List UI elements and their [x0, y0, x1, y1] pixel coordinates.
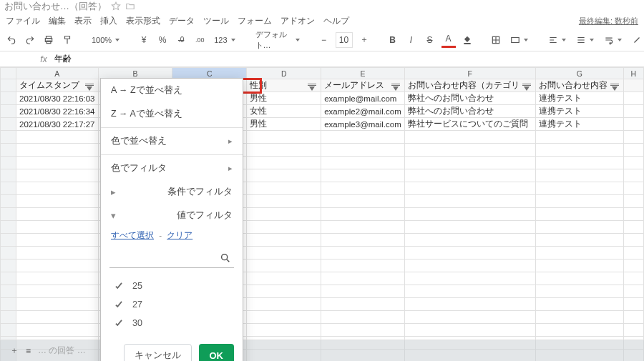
cell[interactable] [247, 169, 321, 182]
cell[interactable] [321, 157, 405, 169]
header-cell-E[interactable]: メールアドレス [321, 79, 405, 92]
cell[interactable] [16, 311, 99, 324]
zoom-combo[interactable]: 100% [89, 32, 122, 48]
cell[interactable]: 男性 [247, 118, 321, 131]
filter-by-value[interactable]: ▾値でフィルタ [101, 204, 243, 227]
spreadsheet-grid[interactable]: A B C D E F G H タイムスタンプ氏名年齢性別メールアドレスお問い合… [0, 67, 644, 361]
row-header[interactable] [1, 118, 16, 131]
cell[interactable]: 弊社サービスについてのご質問 [404, 118, 535, 131]
cell[interactable] [247, 285, 321, 298]
cell[interactable] [404, 182, 535, 195]
cell[interactable] [321, 311, 405, 324]
clear-link[interactable]: クリア [167, 231, 192, 239]
header-cell-G[interactable]: お問い合わせ内容 [535, 79, 623, 92]
sort-by-color[interactable]: 色で並べ替え [101, 129, 243, 153]
col-F[interactable]: F [404, 68, 535, 79]
filter-icon[interactable] [391, 81, 401, 91]
cell[interactable] [535, 324, 623, 337]
all-sheets-button[interactable]: ≡ [26, 346, 31, 356]
cell[interactable]: example2@mail.com [321, 105, 405, 118]
text-color-button[interactable]: A [441, 32, 456, 48]
cell[interactable]: 連携テスト [535, 118, 623, 131]
cell[interactable] [16, 285, 99, 298]
cell[interactable] [247, 298, 321, 311]
cell[interactable] [623, 157, 643, 169]
sort-za[interactable]: Z → Aで並べ替え [101, 102, 243, 126]
row-header[interactable] [1, 259, 16, 272]
row-header[interactable] [1, 324, 16, 337]
cell[interactable] [247, 144, 321, 157]
cell[interactable] [535, 144, 623, 157]
col-E[interactable]: E [321, 68, 405, 79]
cell[interactable] [535, 195, 623, 208]
table-row[interactable] [1, 131, 644, 144]
menu-addons[interactable]: アドオン [280, 15, 315, 27]
cell[interactable] [404, 234, 535, 247]
filter-search-input[interactable] [109, 249, 234, 268]
table-row[interactable] [1, 157, 644, 169]
row-header[interactable] [1, 247, 16, 259]
cell[interactable] [247, 259, 321, 272]
move-icon[interactable] [125, 1, 135, 11]
row-header[interactable] [1, 169, 16, 182]
cell[interactable] [321, 195, 405, 208]
cell[interactable] [404, 169, 535, 182]
table-row[interactable] [1, 259, 644, 272]
menu-insert[interactable]: 挿入 [100, 15, 117, 27]
cell[interactable] [623, 311, 643, 324]
cell[interactable] [535, 311, 623, 324]
col-A[interactable]: A [16, 68, 99, 79]
filter-by-color[interactable]: 色でフィルタ [101, 157, 243, 180]
row-header[interactable] [1, 272, 16, 285]
merge-button[interactable] [507, 32, 531, 48]
redo-icon[interactable] [23, 32, 37, 48]
table-row[interactable] [1, 182, 644, 195]
increase-decimal-button[interactable]: .00 [192, 32, 207, 48]
cell[interactable] [247, 208, 321, 221]
menu-format[interactable]: 表示形式 [126, 15, 160, 27]
cell[interactable] [321, 234, 405, 247]
cell[interactable] [535, 259, 623, 272]
cell[interactable] [321, 182, 405, 195]
table-row[interactable] [1, 144, 644, 157]
cell[interactable] [404, 259, 535, 272]
table-row[interactable] [1, 169, 644, 182]
cell[interactable] [404, 221, 535, 234]
cell[interactable] [321, 169, 405, 182]
header-cell-A[interactable]: タイムスタンプ [16, 79, 99, 92]
table-row[interactable]: 2021/08/30 22:16:03 男性 example@mail.com … [1, 92, 644, 105]
filter-icon[interactable] [308, 81, 318, 91]
cell[interactable] [321, 144, 405, 157]
cell[interactable] [404, 131, 535, 144]
cell[interactable] [247, 221, 321, 234]
cell[interactable] [623, 208, 643, 221]
strike-button[interactable]: S [423, 32, 437, 48]
row-header[interactable] [1, 195, 16, 208]
table-row[interactable]: 2021/08/30 22:17:27 男性 example3@mail.com… [1, 118, 644, 131]
table-row[interactable] [1, 247, 644, 259]
table-row[interactable] [1, 311, 644, 324]
cell[interactable] [247, 247, 321, 259]
cell[interactable] [16, 195, 99, 208]
cell[interactable] [535, 157, 623, 169]
cell[interactable] [623, 169, 643, 182]
cell[interactable] [623, 247, 643, 259]
filter-icon[interactable] [522, 81, 532, 91]
cell[interactable] [16, 272, 99, 285]
font-size-inc[interactable]: ＋ [357, 32, 371, 48]
table-row[interactable] [1, 195, 644, 208]
percent-icon[interactable]: % [155, 32, 170, 48]
filter-by-condition[interactable]: ▸条件でフィルタ [101, 180, 243, 204]
cell[interactable] [321, 247, 405, 259]
menu-tools[interactable]: ツール [203, 15, 229, 27]
star-icon[interactable] [111, 1, 121, 11]
row-header[interactable] [1, 298, 16, 311]
cell[interactable] [16, 144, 99, 157]
ok-button[interactable]: OK [199, 344, 235, 361]
doc-title[interactable]: お問い合わせ…（回答） [4, 0, 107, 13]
filter-icon[interactable] [85, 81, 95, 91]
cell[interactable] [535, 169, 623, 182]
menu-edit[interactable]: 編集 [49, 15, 66, 27]
last-edit-link[interactable]: 最終編集: 数秒前 [579, 16, 638, 26]
cell[interactable] [321, 285, 405, 298]
